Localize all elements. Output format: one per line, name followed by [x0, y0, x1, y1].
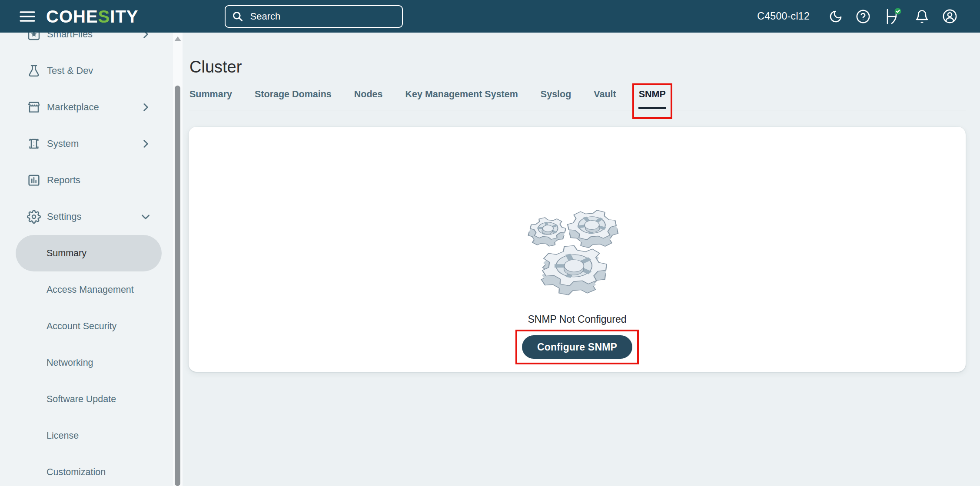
sidebar-subitem-software-update[interactable]: Software Update	[0, 381, 173, 417]
sidebar-subitem-label: License	[47, 430, 79, 441]
sidebar-subitem-summary[interactable]: Summary	[16, 235, 162, 271]
smartfiles-icon	[27, 33, 41, 41]
global-search[interactable]	[225, 5, 403, 28]
sidebar-item-system[interactable]: System	[0, 126, 173, 162]
helios-health-icon[interactable]	[884, 8, 902, 25]
sidebar-subitem-access-management[interactable]: Access Management	[0, 271, 173, 308]
sidebar-subitem-license[interactable]: License	[0, 417, 173, 454]
sidebar-item-label: Reports	[47, 175, 80, 186]
chevron-right-icon	[140, 33, 151, 40]
sidebar-item-smartfiles[interactable]: SmartFiles	[0, 33, 173, 53]
configure-snmp-button-wrap: Configure SNMP	[522, 335, 632, 359]
topbar-right: C4500-cl12	[757, 8, 980, 25]
active-tab-underline	[638, 107, 666, 109]
sidebar-nav-list: SmartFiles Test & Dev	[0, 33, 173, 486]
sidebar-subitem-label: Customization	[47, 467, 106, 478]
scrollbar-up-arrow[interactable]	[174, 36, 181, 41]
page-title: Cluster	[189, 57, 966, 76]
topbar: COHESITY C4500-cl12	[0, 0, 980, 33]
sidebar-item-label: Settings	[47, 211, 82, 222]
tab-snmp[interactable]: SNMP	[638, 89, 667, 110]
cluster-tabs: Summary Storage Domains Nodes Key Manage…	[189, 89, 966, 110]
sidebar-subitem-customization[interactable]: Customization	[0, 454, 173, 486]
sidebar-item-reports[interactable]: Reports	[0, 162, 173, 198]
cohesity-logo[interactable]: COHESITY	[46, 8, 139, 25]
sidebar-item-test-and-dev[interactable]: Test & Dev	[0, 53, 173, 89]
dark-mode-moon-icon[interactable]	[829, 10, 843, 23]
sidebar-item-label: Marketplace	[47, 102, 99, 113]
logo-green-s: S	[98, 7, 110, 26]
gears-illustration	[523, 200, 631, 301]
system-node-icon	[27, 137, 41, 151]
sidebar-item-label: System	[47, 138, 79, 149]
scrollbar-thumb[interactable]	[175, 86, 180, 486]
sidebar-scrollbar[interactable]	[173, 33, 183, 486]
flask-icon	[27, 64, 41, 78]
sidebar-subitem-label: Summary	[47, 248, 86, 259]
storefront-icon	[27, 100, 41, 114]
help-icon[interactable]	[856, 9, 870, 24]
tab-vault[interactable]: Vault	[593, 89, 617, 110]
tab-nodes[interactable]: Nodes	[353, 89, 384, 110]
sidebar-item-settings[interactable]: Settings	[0, 198, 173, 235]
chevron-right-icon	[140, 102, 151, 113]
cluster-name: C4500-cl12	[757, 10, 810, 22]
search-input[interactable]	[249, 10, 396, 23]
sidebar-subitem-label: Networking	[47, 357, 93, 368]
account-icon[interactable]	[942, 9, 957, 24]
chevron-down-icon	[140, 211, 151, 222]
tab-summary[interactable]: Summary	[189, 89, 233, 110]
menu-icon[interactable]	[17, 8, 37, 25]
sidebar: SmartFiles Test & Dev	[0, 33, 173, 486]
bar-chart-icon	[27, 173, 41, 187]
empty-state-message: SNMP Not Configured	[528, 314, 626, 325]
main-content: Cluster Summary Storage Domains Nodes Ke…	[183, 33, 980, 486]
sidebar-item-label: Test & Dev	[47, 65, 93, 76]
notifications-bell-icon[interactable]	[915, 9, 929, 24]
tab-storage-domains[interactable]: Storage Domains	[254, 89, 332, 110]
tab-key-management-system[interactable]: Key Management System	[405, 89, 519, 110]
sidebar-subitem-networking[interactable]: Networking	[0, 344, 173, 381]
sidebar-subitem-label: Account Security	[47, 321, 116, 332]
tab-syslog[interactable]: Syslog	[540, 89, 572, 110]
sidebar-item-label: SmartFiles	[47, 33, 93, 40]
configure-snmp-button[interactable]: Configure SNMP	[522, 335, 632, 359]
sidebar-item-marketplace[interactable]: Marketplace	[0, 89, 173, 126]
gear-icon	[27, 210, 41, 224]
snmp-empty-state-card: SNMP Not Configured Configure SNMP	[189, 127, 966, 372]
sidebar-subitem-label: Software Update	[47, 394, 116, 405]
chevron-right-icon	[140, 138, 151, 149]
search-icon	[232, 10, 243, 22]
sidebar-subitem-account-security[interactable]: Account Security	[0, 308, 173, 344]
app-root: COHESITY C4500-cl12	[0, 0, 980, 486]
sidebar-subitem-label: Access Management	[47, 284, 134, 295]
